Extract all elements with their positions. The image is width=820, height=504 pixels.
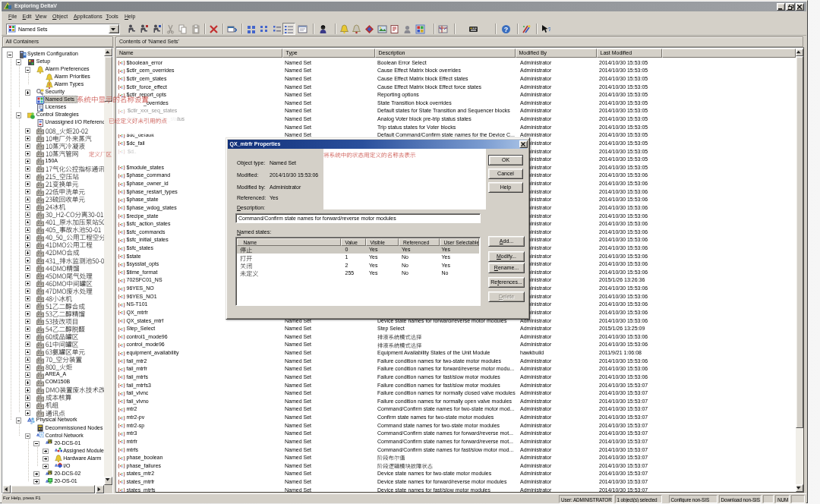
svg-text:?: ?	[547, 26, 550, 33]
svg-text:?: ?	[503, 25, 508, 33]
